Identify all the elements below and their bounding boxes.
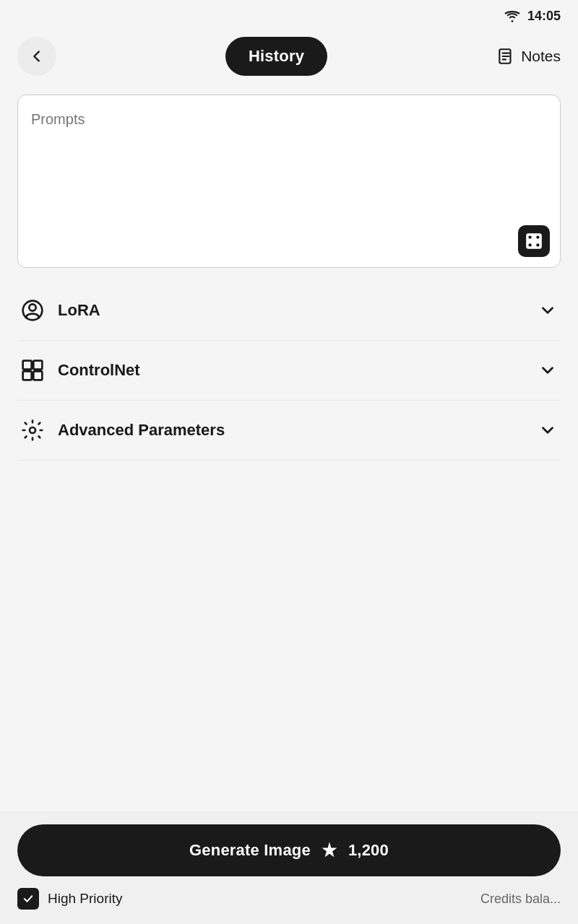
bottom-bar: Generate Image 1,200 High Priority Credi… — [0, 811, 578, 924]
generate-label: Generate Image — [189, 841, 311, 860]
controlnet-label: ControlNet — [58, 361, 140, 380]
gear-icon — [20, 418, 45, 443]
status-time: 14:05 — [527, 9, 561, 24]
back-arrow-icon — [29, 48, 45, 64]
grid-icon — [20, 358, 45, 383]
generate-button[interactable]: Generate Image 1,200 — [17, 824, 561, 876]
credits-balance-label: Credits bala... — [480, 892, 561, 907]
high-priority-group: High Priority — [17, 888, 122, 910]
wifi-icon — [504, 11, 520, 22]
notes-icon — [496, 47, 515, 66]
sparkle-icon — [319, 840, 340, 860]
lora-label: LoRA — [58, 301, 100, 320]
dice-icon — [525, 232, 543, 250]
advanced-parameters-label: Advanced Parameters — [58, 421, 225, 440]
svg-rect-14 — [33, 371, 42, 380]
notes-button[interactable]: Notes — [496, 47, 561, 66]
advanced-parameters-chevron-icon — [538, 420, 558, 440]
credits-amount: 1,200 — [348, 841, 389, 860]
svg-rect-4 — [526, 233, 542, 249]
svg-rect-13 — [23, 371, 32, 380]
svg-point-10 — [29, 304, 35, 310]
main-content: LoRA ControlNet — [0, 87, 578, 461]
header: History Notes — [0, 30, 578, 87]
svg-point-15 — [30, 427, 35, 433]
notes-label: Notes — [521, 48, 561, 65]
controlnet-section[interactable]: ControlNet — [17, 341, 561, 401]
svg-point-5 — [528, 235, 531, 238]
lora-section[interactable]: LoRA — [17, 281, 561, 341]
high-priority-label: High Priority — [48, 891, 122, 907]
svg-rect-11 — [23, 361, 32, 370]
svg-rect-12 — [33, 361, 42, 370]
high-priority-checkbox[interactable] — [17, 888, 39, 910]
prompts-container — [17, 95, 561, 268]
credits-row: High Priority Credits bala... — [17, 888, 561, 910]
prompts-input[interactable] — [31, 108, 547, 238]
checkmark-icon — [22, 892, 35, 905]
svg-point-6 — [536, 235, 539, 238]
back-button[interactable] — [17, 37, 56, 76]
advanced-parameters-section[interactable]: Advanced Parameters — [17, 401, 561, 461]
status-bar: 14:05 — [0, 0, 578, 30]
dice-button[interactable] — [518, 225, 550, 257]
controlnet-chevron-icon — [538, 360, 558, 380]
history-button[interactable]: History — [225, 37, 327, 76]
svg-point-7 — [528, 243, 531, 246]
lora-chevron-icon — [538, 300, 558, 321]
person-circle-icon — [20, 298, 45, 323]
svg-point-8 — [536, 243, 539, 246]
